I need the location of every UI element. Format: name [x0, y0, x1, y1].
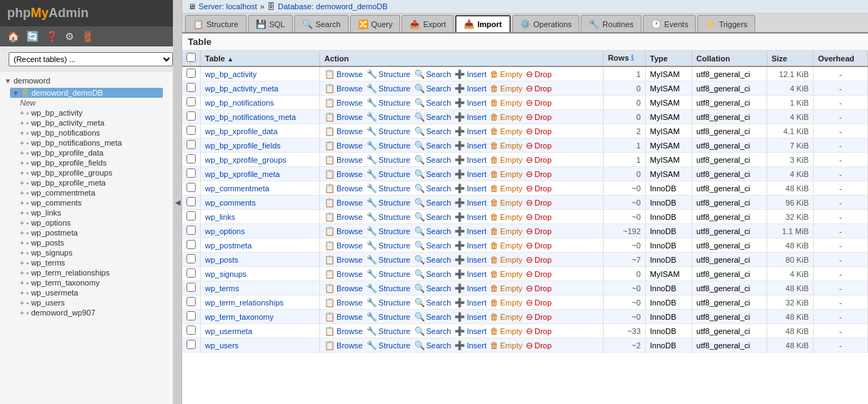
structure-btn[interactable]: 🔧Structure — [366, 126, 411, 136]
table-name-link[interactable]: wp_bp_notifications — [205, 99, 274, 107]
structure-btn[interactable]: 🔧Structure — [366, 169, 411, 179]
insert-btn[interactable]: ➕Insert — [454, 212, 487, 222]
drop-btn[interactable]: ⊖Drop — [526, 241, 552, 251]
empty-btn[interactable]: 🗑Empty — [490, 283, 522, 293]
empty-btn[interactable]: 🗑Empty — [490, 241, 522, 251]
tab-export[interactable]: 📤 Export — [401, 15, 454, 32]
row-checkbox[interactable] — [186, 340, 196, 349]
search-btn[interactable]: 🔍Search — [414, 112, 452, 122]
drop-btn[interactable]: ⊖Drop — [526, 98, 552, 108]
structure-btn[interactable]: 🔧Structure — [366, 269, 411, 279]
insert-btn[interactable]: ➕Insert — [454, 255, 487, 265]
browse-btn[interactable]: 📋Browse — [324, 155, 363, 165]
structure-btn[interactable]: 🔧Structure — [366, 98, 411, 108]
tab-sql[interactable]: 💾 SQL — [248, 15, 293, 32]
sidebar-table-wp_bp_xprofile_data[interactable]: + ▪ wp_bp_xprofile_data — [19, 148, 163, 158]
sidebar-table-wp_commentmeta[interactable]: + ▪ wp_commentmeta — [19, 188, 163, 198]
empty-btn[interactable]: 🗑Empty — [490, 141, 522, 151]
sidebar-table-wp_bp_activity[interactable]: + ▪ wp_bp_activity — [19, 108, 163, 118]
insert-btn[interactable]: ➕Insert — [454, 269, 487, 279]
drop-btn[interactable]: ⊖Drop — [526, 226, 552, 236]
table-name-link[interactable]: wp_bp_activity_meta — [205, 84, 279, 93]
browse-btn[interactable]: 📋Browse — [324, 255, 363, 265]
search-btn[interactable]: 🔍Search — [414, 226, 452, 236]
search-btn[interactable]: 🔍Search — [414, 84, 452, 94]
sidebar-table-wp_bp_notifications[interactable]: + ▪ wp_bp_notifications — [19, 128, 163, 138]
select-all-checkbox[interactable] — [186, 53, 196, 62]
sidebar-table-wp_options[interactable]: + ▪ wp_options — [19, 218, 163, 228]
empty-btn[interactable]: 🗑Empty — [490, 84, 522, 94]
search-btn[interactable]: 🔍Search — [414, 155, 452, 165]
structure-btn[interactable]: 🔧Structure — [366, 312, 411, 322]
browse-btn[interactable]: 📋Browse — [324, 241, 363, 251]
drop-btn[interactable]: ⊖Drop — [526, 312, 552, 322]
search-btn[interactable]: 🔍Search — [414, 255, 452, 265]
structure-btn[interactable]: 🔧Structure — [366, 155, 411, 165]
drop-btn[interactable]: ⊖Drop — [526, 69, 552, 79]
row-checkbox[interactable] — [186, 183, 196, 192]
row-checkbox[interactable] — [186, 197, 196, 206]
browse-btn[interactable]: 📋Browse — [324, 69, 363, 79]
settings-icon-btn[interactable]: ⚙ — [64, 29, 76, 44]
insert-btn[interactable]: ➕Insert — [454, 84, 487, 94]
row-checkbox[interactable] — [186, 283, 196, 292]
sidebar-table-wp_bp_xprofile_fields[interactable]: + ▪ wp_bp_xprofile_fields — [19, 158, 163, 168]
drop-btn[interactable]: ⊖Drop — [526, 340, 552, 350]
row-checkbox[interactable] — [186, 126, 196, 135]
search-btn[interactable]: 🔍Search — [414, 269, 452, 279]
browse-btn[interactable]: 📋Browse — [324, 226, 363, 236]
search-btn[interactable]: 🔍Search — [414, 169, 452, 179]
browse-btn[interactable]: 📋Browse — [324, 326, 363, 336]
row-checkbox[interactable] — [186, 311, 196, 320]
insert-btn[interactable]: ➕Insert — [454, 141, 487, 151]
sidebar-table-wp_terms[interactable]: + ▪ wp_terms — [19, 258, 163, 268]
row-checkbox[interactable] — [186, 168, 196, 178]
browse-btn[interactable]: 📋Browse — [324, 126, 363, 136]
drop-btn[interactable]: ⊖Drop — [526, 126, 552, 136]
row-checkbox[interactable] — [186, 325, 196, 335]
table-name-link[interactable]: wp_bp_xprofile_groups — [205, 156, 286, 164]
structure-btn[interactable]: 🔧Structure — [366, 69, 411, 79]
table-name-link[interactable]: wp_comments — [205, 198, 256, 207]
server-node[interactable]: ▼ demoword — [0, 75, 173, 86]
browse-btn[interactable]: 📋Browse — [324, 112, 363, 122]
sidebar-table-wp_postmeta[interactable]: + ▪ wp_postmeta — [19, 228, 163, 238]
col-table-name[interactable]: Table ▲ — [201, 51, 320, 66]
empty-btn[interactable]: 🗑Empty — [490, 98, 522, 108]
search-btn[interactable]: 🔍Search — [414, 312, 452, 322]
sidebar-table-wp_bp_activity_meta[interactable]: + ▪ wp_bp_activity_meta — [19, 118, 163, 128]
db-label[interactable]: ▼ 🗄 demoword_demoDB — [10, 88, 163, 98]
empty-btn[interactable]: 🗑Empty — [490, 212, 522, 222]
structure-btn[interactable]: 🔧Structure — [366, 255, 411, 265]
empty-btn[interactable]: 🗑Empty — [490, 226, 522, 236]
table-name-link[interactable]: wp_commentmeta — [205, 184, 269, 193]
drop-btn[interactable]: ⊖Drop — [526, 112, 552, 122]
insert-btn[interactable]: ➕Insert — [454, 241, 487, 251]
drop-btn[interactable]: ⊖Drop — [526, 84, 552, 94]
row-checkbox[interactable] — [186, 211, 196, 221]
insert-btn[interactable]: ➕Insert — [454, 69, 487, 79]
search-btn[interactable]: 🔍Search — [414, 340, 452, 350]
drop-btn[interactable]: ⊖Drop — [526, 183, 552, 193]
browse-btn[interactable]: 📋Browse — [324, 269, 363, 279]
sidebar-table-wp_bp_notifications_meta[interactable]: + ▪ wp_bp_notifications_meta — [19, 138, 163, 148]
row-checkbox[interactable] — [186, 254, 196, 263]
structure-btn[interactable]: 🔧Structure — [366, 141, 411, 151]
insert-btn[interactable]: ➕Insert — [454, 298, 487, 308]
sidebar-table-wp_comments[interactable]: + ▪ wp_comments — [19, 198, 163, 208]
search-btn[interactable]: 🔍Search — [414, 69, 452, 79]
structure-btn[interactable]: 🔧Structure — [366, 340, 411, 350]
tab-routines[interactable]: 🔧 Routines — [581, 15, 641, 32]
browse-btn[interactable]: 📋Browse — [324, 183, 363, 193]
empty-btn[interactable]: 🗑Empty — [490, 126, 522, 136]
structure-btn[interactable]: 🔧Structure — [366, 198, 411, 208]
sidebar-table-wp_term_relationships[interactable]: + ▪ wp_term_relationships — [19, 268, 163, 278]
insert-btn[interactable]: ➕Insert — [454, 98, 487, 108]
browse-btn[interactable]: 📋Browse — [324, 198, 363, 208]
home-icon-btn[interactable]: 🏠 — [6, 29, 21, 44]
empty-btn[interactable]: 🗑Empty — [490, 269, 522, 279]
structure-btn[interactable]: 🔧Structure — [366, 326, 411, 336]
empty-btn[interactable]: 🗑Empty — [490, 312, 522, 322]
insert-btn[interactable]: ➕Insert — [454, 198, 487, 208]
insert-btn[interactable]: ➕Insert — [454, 112, 487, 122]
